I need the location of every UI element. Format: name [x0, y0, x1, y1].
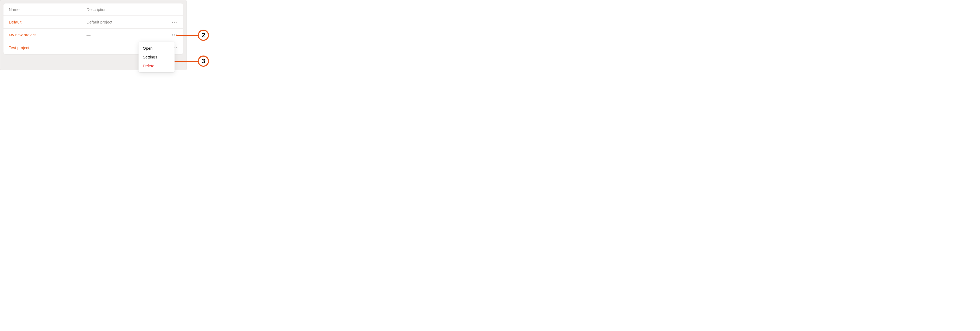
menu-item-settings[interactable]: Settings	[138, 53, 175, 61]
project-name-link[interactable]: My new project	[9, 33, 86, 37]
column-header-actions	[164, 7, 178, 12]
annotation-callout-2: 2	[177, 30, 209, 41]
annotation-line	[177, 35, 198, 36]
actions-cell	[164, 21, 178, 24]
annotation-number: 3	[198, 56, 209, 67]
page-container: Name Description Default Default project…	[0, 0, 186, 70]
annotation-number: 2	[198, 30, 209, 41]
actions-dropdown-menu: Open Settings Delete	[138, 41, 175, 72]
more-actions-icon[interactable]	[171, 21, 178, 24]
column-header-description: Description	[86, 7, 164, 12]
project-description: Default project	[86, 20, 164, 24]
project-name-link[interactable]: Default	[9, 20, 86, 24]
actions-cell	[164, 33, 178, 37]
menu-item-delete[interactable]: Delete	[138, 61, 175, 70]
annotation-callout-3: 3	[171, 56, 209, 67]
table-header: Name Description	[3, 3, 183, 16]
projects-table: Name Description Default Default project…	[3, 3, 183, 54]
project-description: —	[86, 33, 164, 37]
menu-item-open[interactable]: Open	[138, 44, 175, 53]
column-header-name: Name	[9, 7, 86, 12]
annotation-line	[171, 61, 198, 62]
table-row: My new project —	[3, 29, 183, 41]
project-name-link[interactable]: Test project	[9, 45, 86, 50]
table-row: Default Default project	[3, 16, 183, 29]
